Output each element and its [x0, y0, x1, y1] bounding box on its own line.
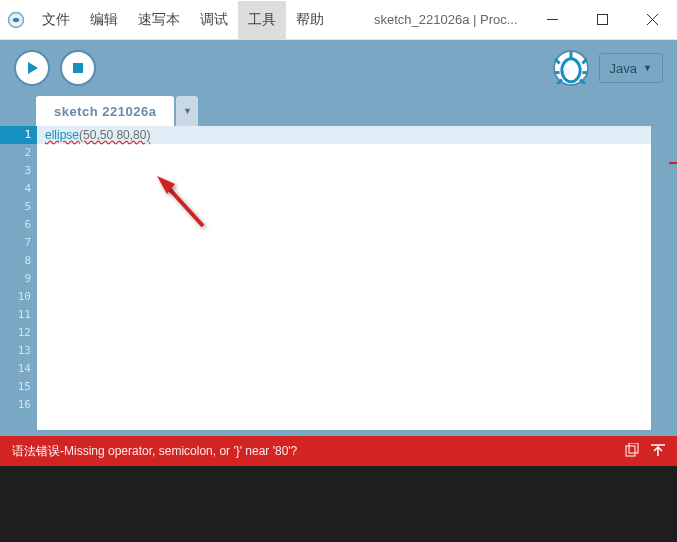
- code-line: ellipse(50,50 80,80): [37, 126, 651, 144]
- menu-item[interactable]: 帮助: [286, 1, 334, 39]
- code-token-fn: ellipse: [45, 128, 79, 142]
- line-number[interactable]: 15: [0, 378, 37, 396]
- line-number[interactable]: 3: [0, 162, 37, 180]
- svg-point-7: [561, 59, 579, 82]
- code-area[interactable]: ellipse(50,50 80,80): [37, 126, 651, 430]
- svg-rect-6: [73, 63, 83, 73]
- minimize-button[interactable]: [527, 0, 577, 40]
- code-token-args: (50,50 80,80): [79, 128, 150, 142]
- line-number[interactable]: 13: [0, 342, 37, 360]
- menu-item[interactable]: 文件: [32, 1, 80, 39]
- line-number[interactable]: 10: [0, 288, 37, 306]
- svg-line-10: [582, 59, 587, 64]
- svg-line-15: [163, 182, 203, 226]
- tab-dropdown[interactable]: ▼: [176, 96, 198, 126]
- svg-line-9: [555, 59, 560, 64]
- toolbar: Java ▼: [0, 40, 677, 96]
- menu-item[interactable]: 工具: [238, 1, 286, 39]
- svg-rect-17: [626, 446, 635, 456]
- line-number[interactable]: 16: [0, 396, 37, 414]
- menu-item[interactable]: 编辑: [80, 1, 128, 39]
- line-number[interactable]: 6: [0, 216, 37, 234]
- menubar: 文件编辑速写本调试工具帮助 sketch_221026a | Proc...: [0, 0, 677, 40]
- svg-rect-2: [597, 15, 607, 25]
- svg-line-13: [557, 79, 562, 84]
- stop-button[interactable]: [60, 50, 96, 86]
- maximize-button[interactable]: [577, 0, 627, 40]
- line-number[interactable]: 4: [0, 180, 37, 198]
- menu-item[interactable]: 调试: [190, 1, 238, 39]
- app-icon: [0, 0, 32, 40]
- tab-label: sketch 221026a: [54, 104, 156, 119]
- tabbar: sketch 221026a ▼: [0, 96, 677, 126]
- copy-error-button[interactable]: [625, 443, 639, 460]
- svg-rect-18: [629, 443, 638, 453]
- mode-select[interactable]: Java ▼: [599, 53, 663, 83]
- line-number[interactable]: 9: [0, 270, 37, 288]
- annotation-arrow-icon: [155, 174, 215, 234]
- line-number[interactable]: 12: [0, 324, 37, 342]
- svg-marker-5: [28, 62, 38, 74]
- tab-sketch[interactable]: sketch 221026a: [36, 96, 174, 126]
- collapse-console-button[interactable]: [651, 443, 665, 460]
- line-number[interactable]: 7: [0, 234, 37, 252]
- close-button[interactable]: [627, 0, 677, 40]
- window-title: sketch_221026a | Proc...: [334, 12, 527, 27]
- line-number[interactable]: 5: [0, 198, 37, 216]
- line-gutter: 12345678910111213141516: [0, 126, 37, 430]
- line-number[interactable]: 2: [0, 144, 37, 162]
- right-gutter: [651, 126, 677, 430]
- status-label: 语法错误: [12, 443, 60, 460]
- line-number[interactable]: 8: [0, 252, 37, 270]
- chevron-down-icon: ▼: [643, 63, 652, 73]
- line-number[interactable]: 14: [0, 360, 37, 378]
- line-number[interactable]: 11: [0, 306, 37, 324]
- error-marker[interactable]: [669, 162, 677, 164]
- menu-item[interactable]: 速写本: [128, 1, 190, 39]
- status-bar: 语法错误 - Missing operator, semicolon, or '…: [0, 436, 677, 466]
- run-button[interactable]: [14, 50, 50, 86]
- debug-button[interactable]: [553, 50, 589, 86]
- console[interactable]: [0, 466, 677, 542]
- status-message: Missing operator, semicolon, or '}' near…: [64, 444, 297, 458]
- line-number[interactable]: 1: [0, 126, 37, 144]
- svg-line-14: [580, 79, 585, 84]
- editor: 12345678910111213141516 ellipse(50,50 80…: [0, 126, 677, 430]
- svg-marker-16: [157, 176, 175, 194]
- mode-label: Java: [610, 61, 637, 76]
